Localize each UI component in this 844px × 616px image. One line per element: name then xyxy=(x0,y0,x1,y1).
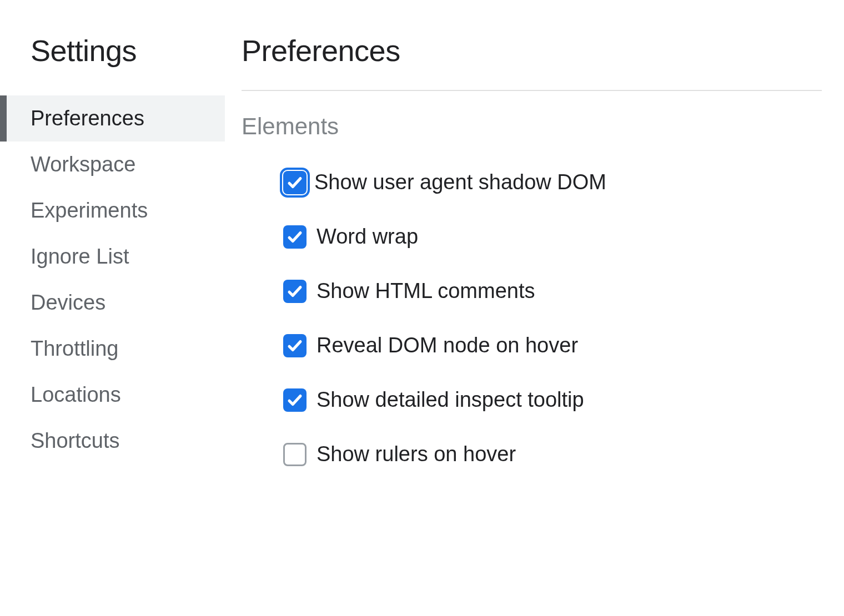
checkbox-show-rulers-on-hover[interactable] xyxy=(283,443,307,466)
option-label: Show detailed inspect tooltip xyxy=(316,388,584,412)
sidebar-item-label: Shortcuts xyxy=(31,429,120,452)
sidebar-item-label: Experiments xyxy=(31,199,148,222)
sidebar-title: Settings xyxy=(0,33,225,68)
sidebar-item-label: Throttling xyxy=(31,337,118,360)
divider xyxy=(242,90,822,91)
section-title-elements: Elements xyxy=(242,113,822,140)
sidebar-item-devices[interactable]: Devices xyxy=(0,280,225,326)
settings-sidebar: Settings PreferencesWorkspaceExperiments… xyxy=(0,0,225,616)
option-row: Reveal DOM node on hover xyxy=(283,334,822,357)
sidebar-item-label: Workspace xyxy=(31,153,135,176)
option-label: Show user agent shadow DOM xyxy=(314,170,606,194)
sidebar-item-throttling[interactable]: Throttling xyxy=(0,326,225,372)
checkbox-show-detailed-inspect-tooltip[interactable] xyxy=(283,388,307,412)
sidebar-item-preferences[interactable]: Preferences xyxy=(0,95,225,142)
option-label: Show HTML comments xyxy=(316,279,535,303)
sidebar-item-workspace[interactable]: Workspace xyxy=(0,142,225,188)
checkbox-show-html-comments[interactable] xyxy=(283,280,307,303)
checkbox-word-wrap[interactable] xyxy=(283,225,307,249)
option-row: Show rulers on hover xyxy=(283,442,822,466)
sidebar-item-label: Devices xyxy=(31,291,105,314)
sidebar-item-shortcuts[interactable]: Shortcuts xyxy=(0,418,225,464)
option-row: Show HTML comments xyxy=(283,279,822,303)
page-title: Preferences xyxy=(242,33,822,68)
sidebar-item-label: Ignore List xyxy=(31,245,129,268)
sidebar-item-experiments[interactable]: Experiments xyxy=(0,188,225,234)
sidebar-item-ignore-list[interactable]: Ignore List xyxy=(0,234,225,280)
checkbox-show-user-agent-shadow-dom[interactable] xyxy=(283,171,307,194)
preferences-panel: Preferences Elements Show user agent sha… xyxy=(225,0,844,616)
option-label: Word wrap xyxy=(316,225,418,249)
option-label: Show rulers on hover xyxy=(316,442,516,466)
sidebar-item-locations[interactable]: Locations xyxy=(0,372,225,418)
option-row: Word wrap xyxy=(283,225,822,249)
checkbox-reveal-dom-node-on-hover[interactable] xyxy=(283,334,307,357)
option-label: Reveal DOM node on hover xyxy=(316,334,578,357)
sidebar-items: PreferencesWorkspaceExperimentsIgnore Li… xyxy=(0,95,225,464)
sidebar-item-label: Locations xyxy=(31,383,121,406)
option-row: Show detailed inspect tooltip xyxy=(283,388,822,412)
options-list: Show user agent shadow DOMWord wrapShow … xyxy=(242,170,822,466)
option-row: Show user agent shadow DOM xyxy=(283,170,822,194)
sidebar-item-label: Preferences xyxy=(31,107,144,130)
